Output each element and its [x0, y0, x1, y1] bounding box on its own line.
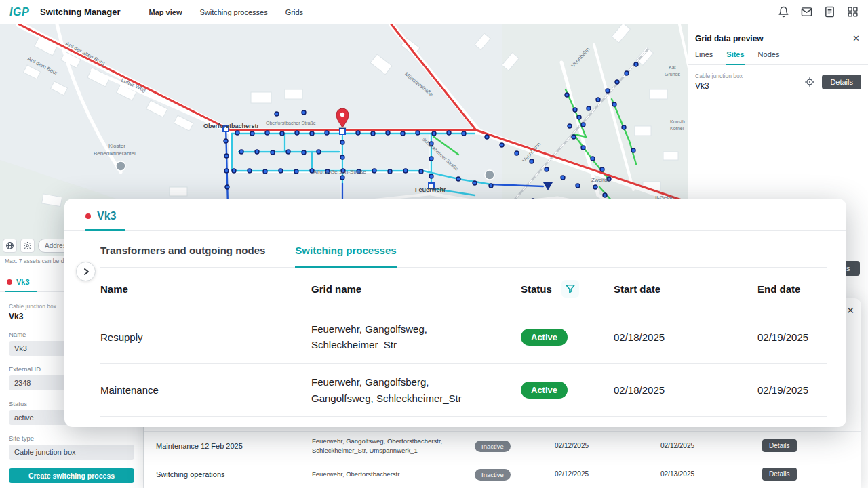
map-pin[interactable]	[336, 108, 349, 129]
map-node[interactable]	[596, 98, 600, 102]
tab-switching-processes[interactable]: Switching processes	[295, 245, 396, 268]
map-node[interactable]	[456, 177, 460, 181]
table-row[interactable]: Maintenance Feuerwehr, Gangolfsberg, Gan…	[100, 363, 827, 417]
map-node[interactable]	[356, 131, 360, 135]
map-node[interactable]	[568, 124, 572, 128]
map-node[interactable]	[545, 167, 549, 171]
map-node[interactable]	[429, 174, 433, 178]
map-node[interactable]	[225, 185, 229, 189]
settings-button[interactable]	[20, 239, 35, 253]
status-filter-button[interactable]	[561, 280, 579, 298]
map-node[interactable]	[265, 131, 269, 135]
map-node[interactable]	[581, 123, 585, 127]
map-node[interactable]	[419, 169, 423, 174]
map-node[interactable]	[447, 131, 451, 135]
nav-switching-processes[interactable]: Switching processes	[199, 8, 267, 16]
map-node[interactable]	[224, 169, 229, 173]
map-node[interactable]	[386, 131, 390, 135]
tab-lines[interactable]: Lines	[695, 50, 713, 64]
map-node[interactable]	[581, 146, 585, 150]
details-button[interactable]: Details	[762, 468, 797, 481]
map-node[interactable]	[224, 154, 229, 158]
map-node[interactable]	[606, 89, 610, 93]
map-node[interactable]	[317, 150, 321, 154]
tab-transformers[interactable]: Transformers and outgoing nodes	[100, 245, 265, 267]
map-node[interactable]	[576, 184, 580, 188]
mail-icon[interactable]	[801, 6, 812, 18]
table-row[interactable]: Switching operations Feuerwehr, Oberfors…	[144, 460, 861, 488]
map-node[interactable]	[565, 93, 569, 97]
map-node[interactable]	[271, 150, 275, 155]
map-node[interactable]	[403, 169, 408, 173]
site-type-field[interactable]	[9, 445, 134, 460]
map-node[interactable]	[401, 131, 405, 136]
map-node[interactable]	[622, 125, 626, 129]
map-node[interactable]	[603, 193, 607, 197]
map-node[interactable]	[295, 131, 299, 135]
map-node[interactable]	[489, 184, 493, 188]
map-node[interactable]	[462, 131, 466, 136]
map-node[interactable]	[250, 131, 254, 136]
map-node[interactable]	[340, 140, 344, 144]
map-node[interactable]	[587, 106, 591, 110]
layers-globe-button[interactable]	[3, 239, 17, 253]
map-node[interactable]	[615, 80, 619, 84]
map-node[interactable]	[530, 159, 534, 163]
collapse-panel-button[interactable]	[76, 262, 96, 281]
map-node[interactable]	[591, 157, 595, 161]
tab-nodes[interactable]: Nodes	[758, 50, 780, 64]
table-row[interactable]: Maintenance 12 Feb 2025 Feuerwehr, Gango…	[144, 431, 861, 460]
map-node[interactable]	[286, 150, 290, 154]
map-substation-square[interactable]	[340, 129, 345, 134]
map-node[interactable]	[473, 181, 477, 185]
map-node[interactable]	[612, 102, 616, 106]
bell-icon[interactable]	[778, 6, 789, 18]
nav-grids[interactable]: Grids	[285, 8, 303, 16]
map-node[interactable]	[573, 108, 577, 112]
tab-sites[interactable]: Sites	[726, 50, 744, 65]
map-node[interactable]	[500, 143, 504, 147]
map-node[interactable]	[255, 150, 259, 154]
asset-tab-vk3[interactable]: Vk3	[5, 278, 37, 292]
map-node[interactable]	[577, 115, 581, 119]
map-node[interactable]	[625, 71, 629, 75]
locate-icon[interactable]	[804, 77, 815, 87]
map-node[interactable]	[302, 150, 306, 155]
map-node[interactable]	[572, 135, 576, 139]
map-node[interactable]	[224, 139, 228, 143]
map-node[interactable]	[310, 131, 314, 136]
create-switching-process-button[interactable]: Create switching process	[9, 468, 134, 483]
map-node[interactable]	[279, 169, 283, 173]
details-button[interactable]: Details	[762, 439, 797, 452]
map-node[interactable]	[275, 112, 279, 116]
map-node[interactable]	[631, 148, 635, 152]
map-node[interactable]	[248, 169, 252, 173]
map-node[interactable]	[485, 135, 489, 139]
map-node[interactable]	[280, 131, 284, 136]
apps-grid-icon[interactable]	[847, 6, 859, 18]
map-node[interactable]	[372, 169, 376, 173]
map-node[interactable]	[340, 155, 344, 159]
map-node[interactable]	[294, 169, 298, 174]
map-node[interactable]	[371, 131, 375, 136]
nav-map-view[interactable]: Map view	[149, 8, 182, 16]
close-icon[interactable]: ✕	[846, 305, 854, 316]
map-node[interactable]	[263, 169, 267, 174]
map-node[interactable]	[388, 169, 392, 174]
map-node[interactable]	[634, 62, 638, 66]
details-button[interactable]: Details	[822, 75, 861, 89]
map-node[interactable]	[239, 150, 243, 154]
table-row[interactable]: Resupply Feuerwehr, Gangolfsweg, Schleck…	[100, 310, 827, 363]
map-node[interactable]	[515, 151, 519, 155]
map-node[interactable]	[593, 185, 597, 189]
map-node[interactable]	[235, 131, 239, 135]
map-node[interactable]	[302, 110, 306, 115]
map-node[interactable]	[600, 167, 604, 171]
map-node[interactable]	[429, 157, 433, 161]
map-node[interactable]	[561, 176, 565, 180]
map-node[interactable]	[416, 131, 420, 135]
modal-site-tab[interactable]: Vk3	[85, 210, 125, 231]
close-icon[interactable]: ✕	[852, 33, 860, 43]
map-node[interactable]	[325, 131, 329, 135]
document-icon[interactable]	[824, 6, 835, 18]
